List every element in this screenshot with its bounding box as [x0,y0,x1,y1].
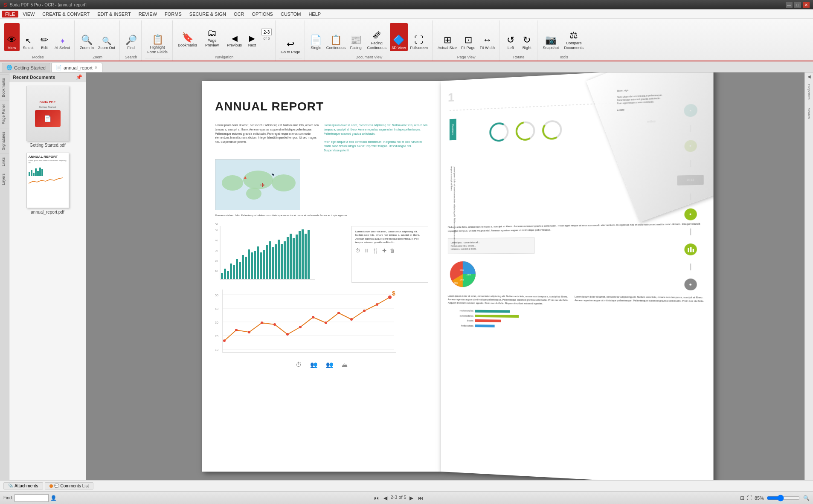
minimize-button[interactable]: — [786,2,793,8]
sidebar-layers[interactable]: Layers [0,170,9,188]
sidebar-links[interactable]: Links [0,154,9,170]
previous-button[interactable]: ◀ Previous [225,20,244,49]
properties-label[interactable]: Properties [807,84,811,99]
docview-buttons: 📄 Single 📋 Continuous 📰 Facing 🗞 Facing … [308,20,430,53]
fullscreen-status-icon[interactable]: ⛶ [747,495,752,501]
panel-pin[interactable]: 📌 [76,74,82,80]
horizontal-bars: motorcycles automobiles boats [448,309,706,331]
ai-select-button[interactable]: ✦ AI Select [53,23,72,51]
snapshot-button[interactable]: 📷 Snapshot [541,23,560,51]
tab-annual-report[interactable]: 📄 annual_report ✕ [51,63,102,72]
zoom-out-status[interactable]: 🔍 [803,495,810,501]
zoom-slider[interactable] [767,495,801,501]
find-input[interactable] [15,494,49,502]
doc-label-getting-started: Getting Started.pdf [30,143,66,148]
attachments-tab[interactable]: 📎 Attachments [3,482,43,490]
go-to-page-button[interactable]: ↩ Go to Page [279,27,302,55]
bookmarks-icon: 🔖 [182,33,193,42]
sidebar-bookmarks[interactable]: Bookmarks [0,74,9,101]
zoom-in-button[interactable]: 🔍 Zoom In [78,23,96,51]
facing-continuous-button[interactable]: 🗞 Facing Continuous [364,23,389,51]
fit-width-button[interactable]: ↔ Fit Width [478,23,497,51]
menu-options[interactable]: OPTIONS [248,11,276,17]
fit-page-button[interactable]: ⊡ Fit Page [459,23,477,51]
viewer-area[interactable]: ANNUAL REPORT Lorem ipsum dolor sit amet… [86,72,813,480]
rotate-right-button[interactable]: ↻ Right [519,23,534,51]
col-text-2: Lorem ipsum dolor sit amet, consectetur … [324,123,428,152]
svg-point-58 [235,329,238,331]
page-preview-label: Page Preview [201,38,223,48]
fit-width-label: Fit Width [480,46,495,50]
tab-annual-close[interactable]: ✕ [94,65,98,70]
next-button[interactable]: ▶ Next [244,20,260,49]
highlight-form-button[interactable]: 📋 Highlight Form Fields [145,27,170,55]
svg-text:$: $ [392,290,395,297]
col-text-1: Lorem ipsum dolor sit amet, consectetur … [215,123,319,152]
tab-annual-report-label: annual_report [64,65,93,70]
gs-icon: 📄 [44,115,51,122]
find-label: Find: [3,495,13,500]
menu-create[interactable]: CREATE & CONVERT [39,11,93,17]
doc-label-annual: annual_report.pdf [31,210,64,214]
close-button[interactable]: ✕ [803,2,810,8]
doc-item-annual[interactable]: ANNUAL REPORT Lorem ipsum dolor sit amet… [13,153,82,214]
nav-first[interactable]: ⏮ [372,495,380,501]
sidebar-page-panel[interactable]: Page Panel [0,101,9,128]
comments-tab[interactable]: 💬 Comments List [45,482,94,490]
single-button[interactable]: 📄 Single [308,23,324,51]
rotate-left-button[interactable]: ↺ Left [503,23,518,51]
menu-view[interactable]: VIEW [19,11,38,17]
fullscreen-button[interactable]: ⛶ Fullscreen [409,23,430,51]
menu-file[interactable]: FILE [2,11,18,17]
svg-rect-17 [233,265,235,279]
fit-icon[interactable]: ⊡ [740,495,744,501]
tab-getting-started[interactable]: 🌐 Getting Started [2,63,50,72]
compare-button[interactable]: ⚖ Compare Documents [561,23,586,51]
hbar-fill-1 [475,310,510,313]
page-preview-button[interactable]: 🗂 Page Preview [200,20,224,49]
menu-forms[interactable]: FORMS [161,11,185,17]
search-buttons: 🔎 Find [123,20,139,53]
zoom-out-button[interactable]: 🔍 Zoom Out [96,23,117,51]
next-icon: ▶ [249,35,255,42]
props-button[interactable]: ◀ [807,74,811,79]
actual-size-button[interactable]: ⊞ Actual Size [436,23,459,51]
menu-edit[interactable]: EDIT & INSERT [94,11,134,17]
find-button[interactable]: 🔎 Find [123,23,139,51]
y-label-50: 50 [215,223,346,226]
menu-review[interactable]: REVIEW [135,11,160,17]
view-button[interactable]: 👁 View [4,23,20,51]
maximize-button[interactable]: □ [794,2,801,8]
menu-help[interactable]: HELP [305,11,324,17]
3d-view-button[interactable]: 🔷 3D View [390,23,407,51]
nav-prev[interactable]: ◀ [382,495,389,501]
search-label-sidebar[interactable]: Search [807,108,811,119]
continuous-button[interactable]: 📋 Continuous [325,23,348,51]
actual-size-label: Actual Size [438,46,457,50]
bookmarks-button[interactable]: 🔖 Bookmarks [176,20,199,49]
svg-point-70 [388,295,392,299]
sidebar-signatures[interactable]: Signatures [0,128,9,154]
menu-secure[interactable]: SECURE & SIGN [186,11,229,17]
nav-last[interactable]: ⏭ [416,495,425,501]
compare-label: Compare Documents [563,41,584,50]
find-prev-icon[interactable]: 👤 [50,495,57,501]
svg-rect-27 [263,250,265,279]
fit-width-icon: ↔ [482,35,492,45]
menu-ocr[interactable]: OCR [230,11,247,17]
pie-chart-area: 28% 28% 24% 20% [448,258,706,290]
ribbon-group-rotate: ↺ Left ↻ Right Rotate [500,20,537,61]
menu-custom[interactable]: CUSTOM [277,11,304,17]
panel-title: Recent Documents [13,75,55,80]
edit-button[interactable]: ✏ Edit [37,23,52,51]
compare-icon: ⚖ [569,31,578,40]
page-nav-input[interactable] [261,29,272,35]
facing-button[interactable]: 📰 Facing [348,23,363,51]
recent-docs-panel: Recent Documents 📌 Soda PDF Getting Star… [9,72,86,480]
comments-label: Comments List [61,484,89,488]
doc-item-getting-started[interactable]: Soda PDF Getting Started 📄 Getting Start… [13,86,82,148]
fit-page-icon: ⊡ [465,35,472,45]
select-button[interactable]: ↖ Select [20,23,36,51]
single-label: Single [311,46,321,50]
nav-next[interactable]: ▶ [408,495,415,501]
